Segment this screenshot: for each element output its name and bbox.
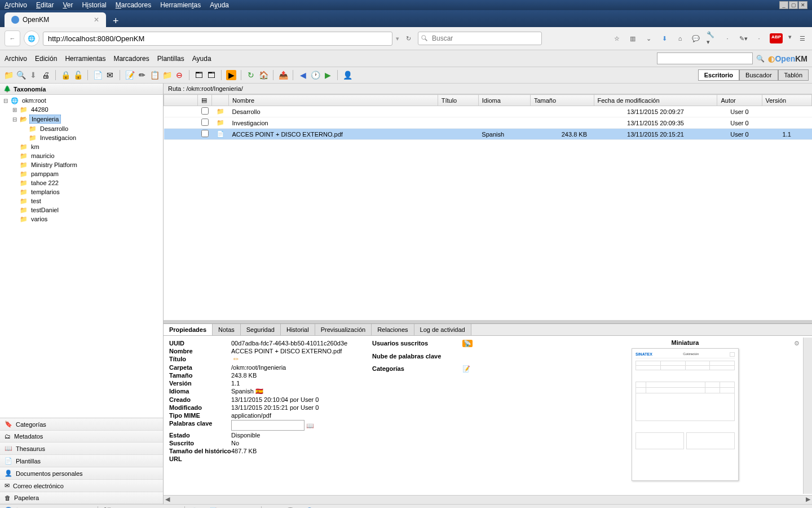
close-button[interactable]: ✕ [798, 1, 807, 9]
browser-menu-view[interactable]: Ver [63, 1, 73, 9]
table-row[interactable]: 📁 Desarrollo 13/11/2015 20:09:27 User 0 [164, 106, 812, 117]
sidebar-item-Documentos personales[interactable]: 👤Documentos personales [0, 467, 163, 480]
col-Fecha de modificación[interactable]: Fecha de modificación [594, 95, 717, 106]
tree-node-tahoe 222[interactable]: 📁tahoe 222 [11, 178, 161, 187]
eyedrop-icon[interactable]: ✎▾ [738, 33, 748, 43]
arrow-right-icon[interactable]: ▶ [323, 70, 333, 80]
row-checkbox[interactable] [201, 130, 209, 137]
col-Idioma[interactable]: Idioma [478, 95, 530, 106]
prop-icon[interactable]: 🗔 [194, 70, 204, 80]
tree-node-Desarrollo[interactable]: 📁Desarrollo [20, 124, 161, 133]
props-tab-Notas[interactable]: Notas [213, 324, 241, 335]
pocket-icon[interactable]: ⌄ [643, 33, 654, 43]
print-icon[interactable]: 🖨 [41, 70, 51, 80]
minimize-button[interactable]: _ [779, 1, 788, 9]
sidebar-item-Correo electrónico[interactable]: ✉Correo electrónico [0, 480, 163, 492]
props-tab-Seguridad[interactable]: Seguridad [241, 324, 281, 335]
feed-icon[interactable]: 📡 [462, 340, 473, 347]
download-doc-icon[interactable]: ⬇ [28, 70, 38, 80]
remove-prop-icon[interactable]: 🗔 [206, 70, 217, 80]
view-tab-buscador[interactable]: Buscador [739, 69, 778, 81]
library-icon[interactable]: ▥ [628, 33, 638, 43]
browser-menu-edit[interactable]: Editar [36, 1, 54, 9]
tree-node-Investigacion[interactable]: 📁Investigacion [20, 133, 161, 142]
props-tab-Relaciones[interactable]: Relaciones [372, 324, 414, 335]
app-menu-marcadores[interactable]: Marcadores [113, 55, 149, 63]
sidebar-item-Thesaurus[interactable]: 📖Thesaurus [0, 443, 163, 455]
unlock-icon[interactable]: 🔓 [73, 70, 83, 80]
tree-node-mauricio[interactable]: 📁mauricio [11, 151, 161, 160]
col-Título[interactable]: Título [438, 95, 478, 106]
menu-icon[interactable]: ☰ [797, 33, 807, 43]
download-icon[interactable]: ⬇ [659, 33, 669, 43]
view-tab-tablon[interactable]: Tablón [778, 69, 809, 81]
tab-close-icon[interactable]: ✕ [94, 16, 99, 24]
tree-node-testDaniel[interactable]: 📁testDaniel [11, 205, 161, 214]
refresh-button[interactable]: ↻ [403, 35, 414, 42]
lock-icon[interactable]: 🔒 [60, 70, 70, 80]
props-tab-Propiedades[interactable]: Propiedades [164, 324, 213, 335]
edit-title-icon[interactable]: ✏ [233, 356, 239, 362]
home-tree-icon[interactable]: 🏠 [258, 70, 268, 80]
copy-icon[interactable]: 📋 [149, 70, 160, 80]
horizontal-scrollbar[interactable]: ◀▶ [164, 495, 812, 504]
delete-icon[interactable]: ⊖ [174, 70, 184, 80]
tree-node-km[interactable]: 📁km [11, 142, 161, 151]
export-icon[interactable]: 📤 [278, 70, 288, 80]
table-row[interactable]: 📄 ACCES POINT + DISCO EXTERNO.pdfSpanish… [164, 129, 812, 140]
checkin-icon[interactable]: 📝 [125, 70, 135, 80]
gear-icon[interactable]: ⚙ [794, 340, 800, 347]
app-menu-plantillas[interactable]: Plantillas [157, 55, 184, 63]
search-icon[interactable]: 🔍 [756, 55, 765, 63]
props-tab-Historial[interactable]: Historial [281, 324, 315, 335]
url-input[interactable] [43, 32, 392, 46]
sidebar-item-Papelera[interactable]: 🗑Papelera [0, 492, 163, 504]
chat-icon[interactable]: 💬 [691, 33, 701, 43]
props-tab-Log de actividad[interactable]: Log de actividad [414, 324, 471, 335]
workflow-icon[interactable]: ▶ [226, 70, 236, 80]
user-icon[interactable]: 👤 [342, 70, 352, 80]
col-Tamaño[interactable]: Tamaño [530, 95, 594, 106]
dropdown-icon[interactable]: ▾ [396, 35, 399, 42]
tree-node-varios[interactable]: 📁varios [11, 214, 161, 224]
app-menu-edicion[interactable]: Edición [35, 55, 57, 63]
home-globe-icon[interactable]: 🌐 [24, 30, 39, 46]
app-menu-archivo[interactable]: Archivo [5, 55, 27, 63]
edit-icon[interactable]: ✏ [137, 70, 147, 80]
col-Versión[interactable]: Versión [762, 95, 812, 106]
view-tab-escritorio[interactable]: Escritorio [698, 69, 739, 81]
tree-root[interactable]: ⊟🌐okm:root [2, 96, 161, 105]
browser-menu-file[interactable]: Archivo [5, 1, 27, 9]
checkout-icon[interactable]: ✉ [105, 70, 115, 80]
add-category-icon[interactable]: 📝 [462, 365, 470, 373]
file-table[interactable]: ▤NombreTítuloIdiomaTamañoFecha de modifi… [164, 94, 812, 140]
app-menu-herramientas[interactable]: Herramientas [65, 55, 105, 63]
col-Autor[interactable]: Autor [717, 95, 762, 106]
sidebar-item-Categorías[interactable]: 🔖Categorías [0, 418, 163, 431]
thumbnail-preview[interactable]: SINATEX Cotización [632, 348, 739, 481]
folder-tree[interactable]: ⊟🌐okm:root⊞📁44280⊟📂Ingenieria📁Desarrollo… [0, 95, 163, 418]
back-button[interactable]: ← [5, 30, 20, 46]
browser-menu-help[interactable]: Ayuda [210, 1, 229, 9]
add-doc-icon[interactable]: 📄 [92, 70, 103, 80]
tree-node-test[interactable]: 📁test [11, 196, 161, 205]
paste-icon[interactable]: 📁 [162, 70, 172, 80]
browser-menu-tools[interactable]: Herramientas [160, 1, 201, 9]
row-checkbox[interactable] [201, 107, 209, 115]
dev-icon[interactable]: 🔧▾ [707, 33, 717, 43]
tree-node-Ingenieria[interactable]: ⊟📂Ingenieria [11, 114, 161, 124]
maximize-button[interactable]: ▢ [789, 1, 798, 9]
browser-menu-bookmarks[interactable]: Marcadores [116, 1, 151, 9]
tree-node-pamppam[interactable]: 📁pamppam [11, 169, 161, 178]
browser-menu-history[interactable]: Historial [82, 1, 106, 9]
thesaurus-icon[interactable]: 📖 [306, 422, 314, 429]
sidebar-item-Metadatos[interactable]: 🗂Metadatos [0, 431, 163, 443]
tree-node-44280[interactable]: ⊞📁44280 [11, 105, 161, 114]
props-tab-Previsualización[interactable]: Previsualización [315, 324, 372, 335]
app-menu-ayuda[interactable]: Ayuda [192, 55, 211, 63]
refresh-icon[interactable]: ↻ [246, 70, 256, 80]
app-search-input[interactable] [657, 52, 753, 64]
keywords-input[interactable] [231, 420, 304, 431]
find-folder-icon[interactable]: 🔍 [16, 70, 26, 80]
vertical-scrollbar[interactable] [803, 338, 812, 494]
